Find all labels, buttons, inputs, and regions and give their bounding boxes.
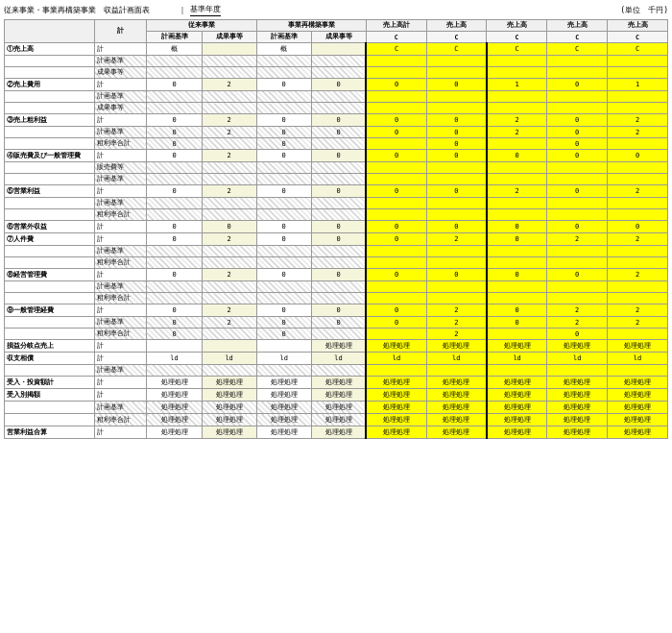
row-label: [5, 257, 95, 269]
cell: 処理処理: [366, 389, 426, 402]
table-row: 計画基準: [5, 56, 668, 67]
cell: [547, 365, 608, 377]
table-row: ④販売費及び一般管理費計020000000: [5, 150, 668, 162]
cell: ld: [547, 353, 608, 365]
cell: 2: [608, 304, 668, 317]
row-label: ⑦人件費: [5, 233, 95, 246]
row-label: [5, 162, 95, 174]
row-sublabel: 販売費等: [94, 162, 147, 174]
cell: 0: [256, 304, 311, 317]
table-row: 販売費等: [5, 162, 668, 174]
cell: [487, 56, 547, 67]
cell: 0: [487, 221, 547, 233]
row-sublabel: 計: [94, 340, 147, 353]
cell: 0: [311, 79, 366, 91]
table-row: 損益分岐点売上計処理処理処理処理処理処理処理処理処理処理処理処理: [5, 340, 668, 353]
cell: [608, 246, 668, 257]
row-label: ⑨一般管理経費: [5, 304, 95, 317]
cell: [426, 162, 487, 174]
cell: ld: [366, 353, 426, 365]
cell: 2: [202, 304, 256, 317]
cell: [311, 281, 366, 293]
row-sublabel: 成果事等: [94, 67, 147, 79]
cell: 処理処理: [487, 389, 547, 402]
cell: 0: [426, 138, 487, 150]
cell: 0: [426, 114, 487, 127]
cell: [547, 91, 608, 103]
cell: 0: [256, 127, 311, 138]
cell: 処理処理: [311, 414, 366, 426]
cell: 0: [311, 127, 366, 138]
row-label: ⑤営業利益: [5, 185, 95, 198]
cell: [256, 209, 311, 221]
cell: 処理処理: [608, 426, 668, 439]
cell: 0: [547, 150, 608, 162]
cell: 0: [426, 269, 487, 281]
th-sub8: C: [547, 32, 608, 43]
row-sublabel: 計画基準: [94, 127, 147, 138]
cell: [311, 246, 366, 257]
cell: [366, 138, 426, 150]
cell: 処理処理: [366, 414, 426, 426]
cell: C: [547, 43, 608, 56]
cell: [608, 162, 668, 174]
cell: 0: [147, 269, 202, 281]
cell: 2: [426, 317, 487, 329]
cell: 処理処理: [202, 414, 256, 426]
table-row: 粗利率合計0020: [5, 329, 668, 340]
cell: [426, 174, 487, 185]
cell: 処理処理: [487, 340, 547, 353]
cell: 処理処理: [487, 414, 547, 426]
cell: 0: [366, 317, 426, 329]
cell: 処理処理: [256, 389, 311, 402]
cell: [366, 103, 426, 114]
table-row: 計画基準: [5, 365, 668, 377]
cell: 処理処理: [202, 402, 256, 414]
table-row: ⑦人件費計020002022: [5, 233, 668, 246]
th-sub1: 計画基準: [147, 32, 202, 43]
year-label: 基準年度: [190, 4, 221, 16]
table-row: ⑧経営管理費計020000002: [5, 269, 668, 281]
cell: C: [426, 43, 487, 56]
cell: 2: [202, 79, 256, 91]
th-sub7: C: [487, 32, 547, 43]
row-sublabel: 計画基準: [94, 281, 147, 293]
cell: 処理処理: [426, 414, 487, 426]
cell: [608, 257, 668, 269]
col-group-row: 計 従来事業 事業再構築事業 売上高計 売上高 売上高 売上高 売上高: [5, 20, 668, 32]
cell: 0: [366, 150, 426, 162]
cell: [547, 293, 608, 304]
cell: 処理処理: [366, 377, 426, 389]
cell: [256, 198, 311, 209]
cell: [256, 340, 311, 353]
cell: [256, 281, 311, 293]
cell: 2: [202, 317, 256, 329]
cell: [311, 103, 366, 114]
cell: 処理処理: [366, 402, 426, 414]
cell: [256, 174, 311, 185]
cell: ld: [426, 353, 487, 365]
cell: [311, 56, 366, 67]
cell: [202, 138, 256, 150]
row-sublabel: 計: [94, 426, 147, 439]
row-sublabel: 計: [94, 269, 147, 281]
cell: 2: [547, 317, 608, 329]
cell: 0: [147, 138, 202, 150]
cell: [366, 329, 426, 340]
cell: 処理処理: [147, 402, 202, 414]
cell: [426, 103, 487, 114]
cell: ld: [256, 353, 311, 365]
cell: 処理処理: [311, 389, 366, 402]
cell: [547, 209, 608, 221]
cell: [426, 293, 487, 304]
cell: [547, 56, 608, 67]
row-label: [5, 174, 95, 185]
cell: [311, 174, 366, 185]
cell: 0: [426, 127, 487, 138]
table-row: 成果事等: [5, 103, 668, 114]
row-sublabel: 計: [94, 185, 147, 198]
cell: [608, 293, 668, 304]
table-row: 計画基準: [5, 246, 668, 257]
th-empty: [5, 20, 95, 43]
table-row: ⑨一般管理経費計020002022: [5, 304, 668, 317]
